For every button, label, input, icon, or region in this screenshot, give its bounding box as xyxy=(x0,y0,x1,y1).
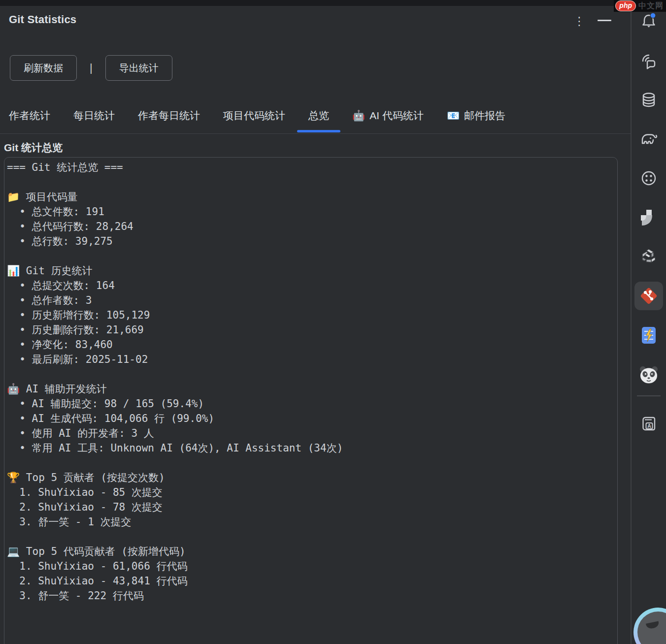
sidebar-divider xyxy=(637,395,661,396)
dots-circle-icon xyxy=(639,168,659,188)
toolbar-separator: | xyxy=(90,62,93,74)
overview-heading: Git 统计总览 xyxy=(4,141,63,155)
robot-icon: 🤖 xyxy=(352,110,365,122)
sidebar-item-notifications[interactable] xyxy=(638,10,660,32)
tab-project-code-stats[interactable]: 项目代码统计 xyxy=(223,97,285,133)
panda-icon xyxy=(638,365,660,385)
tab-overview[interactable]: 总览 xyxy=(308,97,329,133)
overview-text: === Git 统计总览 === 📁 项目代码量 • 总文件数: 191 • 总… xyxy=(4,158,617,607)
minimize-icon[interactable] xyxy=(598,20,611,21)
tab-daily-stats[interactable]: 每日统计 xyxy=(73,97,115,133)
dictionary-book-icon: A xyxy=(639,415,659,434)
window-top-strip xyxy=(0,0,666,6)
trefoil-knot-icon xyxy=(638,246,659,267)
sidebar-item-dictionary[interactable]: A xyxy=(638,414,660,435)
notification-dot xyxy=(651,13,656,18)
export-stats-button[interactable]: 导出统计 xyxy=(105,55,172,81)
bell-icon xyxy=(639,11,659,31)
sidebar-item-git[interactable] xyxy=(634,282,663,310)
sidebar-item-remote-chat[interactable] xyxy=(638,50,660,72)
sidebar-item-database[interactable] xyxy=(638,89,660,111)
tool-window-title: Git Statistics xyxy=(9,13,76,26)
php-logo: php xyxy=(615,0,636,11)
database-icon xyxy=(639,90,659,110)
quarter-plus-icon xyxy=(639,208,659,227)
tab-author-daily-stats[interactable]: 作者每日统计 xyxy=(138,97,200,133)
refresh-data-button[interactable]: 刷新数据 xyxy=(10,55,77,81)
sidebar-item-plugin-dots[interactable] xyxy=(638,167,660,189)
sidebar-item-quick-doc[interactable] xyxy=(638,324,660,346)
svg-text:A: A xyxy=(647,423,651,429)
tab-ai-code-stats[interactable]: 🤖 AI 代码统计 xyxy=(352,97,424,133)
sidebar-item-panda[interactable] xyxy=(638,364,660,386)
sidebar-item-quarter-plus[interactable] xyxy=(638,207,660,228)
overview-text-panel[interactable]: === Git 统计总览 === 📁 项目代码量 • 总文件数: 191 • 总… xyxy=(4,157,618,644)
right-tool-stripe: A xyxy=(631,0,666,644)
tab-author-stats[interactable]: 作者统计 xyxy=(9,97,50,133)
kebab-menu-icon[interactable]: ⋮ xyxy=(573,13,585,30)
watermark-suffix: 中文网 xyxy=(638,1,664,11)
lightning-doc-icon xyxy=(641,326,656,345)
elephant-icon xyxy=(638,129,659,149)
sidebar-item-trefoil[interactable] xyxy=(638,246,660,267)
signal-chat-icon xyxy=(639,51,659,71)
sidebar-item-gradle[interactable] xyxy=(638,129,660,150)
toolbar: 刷新数据 | 导出统计 xyxy=(10,55,172,81)
tab-email-report[interactable]: 📧 邮件报告 xyxy=(447,97,505,133)
tab-bar-divider xyxy=(0,133,631,134)
tab-bar: 作者统计 每日统计 作者每日统计 项目代码统计 总览 🤖 AI 代码统计 📧 邮… xyxy=(9,97,505,133)
watermark: php 中文网 xyxy=(614,0,666,12)
email-icon: 📧 xyxy=(447,110,460,122)
git-icon xyxy=(638,285,660,307)
